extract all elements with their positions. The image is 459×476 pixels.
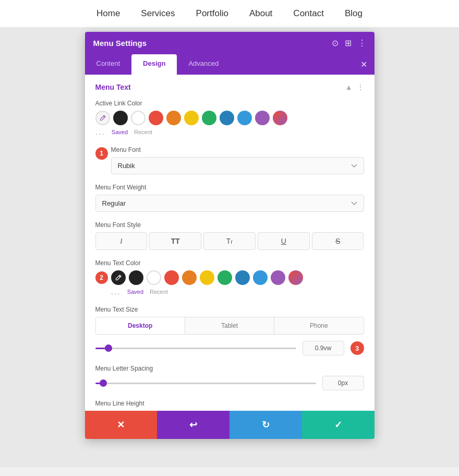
panel-header: Menu Settings ⊙ ⊞ ⋮ [85, 32, 375, 54]
nav-about[interactable]: About [249, 8, 272, 19]
menu-text-size-field: Menu Text Size Desktop Tablet Phone 0.9v… [95, 306, 364, 355]
swatch-red[interactable] [149, 111, 163, 125]
menu-text-color-inner: ... Saved Recent [111, 270, 364, 296]
active-link-color-label: Active Link Color [95, 100, 364, 107]
text-swatch-purple[interactable] [271, 270, 285, 285]
color-recent[interactable]: Recent [134, 129, 152, 135]
text-swatch-gradient[interactable] [288, 270, 303, 285]
menu-text-color-label: Menu Text Color [95, 259, 364, 267]
text-color-saved[interactable]: Saved [127, 289, 143, 295]
tab-content[interactable]: Content [85, 54, 132, 75]
active-link-color-swatches [95, 111, 364, 125]
focus-icon[interactable]: ⊙ [332, 38, 339, 48]
text-swatch-teal[interactable] [235, 270, 250, 285]
section-title: Menu Text [95, 83, 131, 91]
nav-contact[interactable]: Contact [293, 8, 324, 19]
text-size-responsive-tabs: Desktop Tablet Phone [95, 317, 364, 335]
swatch-orange[interactable] [166, 111, 181, 125]
text-swatch-white[interactable] [147, 270, 161, 285]
tab-advanced[interactable]: Advanced [177, 54, 230, 75]
color-saved[interactable]: Saved [112, 129, 128, 135]
close-icon[interactable]: ✕ [353, 54, 375, 75]
active-link-color-field: Active Link Color [95, 100, 364, 137]
responsive-desktop[interactable]: Desktop [96, 317, 185, 334]
text-size-value[interactable]: 0.9vw [303, 341, 344, 355]
undo-button[interactable]: ↩ [157, 411, 230, 439]
menu-text-color-swatch-row: 2 [95, 270, 364, 296]
letter-spacing-slider[interactable] [95, 383, 316, 384]
style-capitalize[interactable]: Tr [203, 232, 256, 250]
letter-spacing-slider-row: 0px [95, 376, 364, 390]
swatch-blue[interactable] [237, 111, 252, 125]
redo-button[interactable]: ↻ [230, 411, 302, 439]
collapse-icon[interactable]: ▲ [345, 83, 353, 91]
menu-text-size-label: Menu Text Size [95, 306, 364, 313]
nav-services[interactable]: Services [141, 8, 175, 19]
badge-3: 3 [351, 341, 364, 355]
swatch-teal[interactable] [220, 111, 234, 125]
menu-line-height-label: Menu Line Height [95, 400, 364, 407]
responsive-phone[interactable]: Phone [274, 317, 363, 334]
menu-font-weight-label: Menu Font Weight [95, 184, 364, 191]
nav-blog[interactable]: Blog [345, 8, 363, 19]
responsive-tablet[interactable]: Tablet [185, 317, 274, 334]
swatch-black[interactable] [113, 111, 128, 125]
style-allcaps[interactable]: TT [149, 232, 201, 250]
style-underline[interactable]: U [258, 232, 310, 250]
menu-font-style-field: Menu Font Style I TT Tr U S [95, 221, 364, 250]
text-color-recent[interactable]: Recent [150, 289, 168, 295]
menu-font-field: 1 Menu Font Rubik [95, 146, 364, 174]
menu-text-color-field: Menu Text Color 2 [95, 259, 364, 296]
swatch-purple[interactable] [255, 111, 270, 125]
panel-body: Menu Text ▲ ⋮ Active Link Color [85, 75, 375, 411]
swatch-green[interactable] [202, 111, 216, 125]
swatch-gradient[interactable] [273, 111, 287, 125]
menu-font-weight-select[interactable]: Regular [95, 195, 364, 212]
text-color-picker-btn[interactable] [111, 270, 126, 285]
letter-spacing-value[interactable]: 0px [322, 376, 364, 390]
style-italic[interactable]: I [95, 232, 148, 250]
section-more-icon[interactable]: ⋮ [357, 83, 364, 91]
main-area: Menu Settings ⊙ ⊞ ⋮ Content Design Advan… [0, 28, 459, 467]
swatch-white[interactable] [131, 111, 146, 125]
menu-font-inner: Menu Font Rubik [111, 146, 364, 174]
text-swatch-orange[interactable] [182, 270, 197, 285]
text-size-slider[interactable] [95, 348, 296, 349]
color-dots[interactable]: ... [95, 127, 105, 137]
text-swatch-red[interactable] [164, 270, 179, 285]
text-swatch-green[interactable] [218, 270, 232, 285]
menu-font-label: Menu Font [111, 146, 364, 153]
menu-font-style-label: Menu Font Style [95, 221, 364, 229]
menu-font-weight-field: Menu Font Weight Regular [95, 184, 364, 212]
style-strikethrough[interactable]: S [312, 232, 364, 250]
more-icon[interactable]: ⋮ [358, 38, 366, 48]
text-color-dots[interactable]: ... [111, 287, 121, 296]
text-swatch-blue[interactable] [253, 270, 268, 285]
menu-letter-spacing-label: Menu Letter Spacing [95, 365, 364, 372]
menu-text-color-swatches [111, 270, 364, 285]
nav-home[interactable]: Home [96, 8, 120, 19]
nav-portfolio[interactable]: Portfolio [196, 8, 228, 19]
section-header-icons: ▲ ⋮ [345, 83, 364, 91]
text-swatch-black[interactable] [129, 270, 143, 285]
action-bar: ✕ ↩ ↻ ✓ [85, 411, 375, 439]
badge-1: 1 [95, 147, 108, 160]
color-picker-btn[interactable] [95, 111, 110, 125]
panel-header-icons: ⊙ ⊞ ⋮ [332, 38, 366, 48]
text-color-meta: ... Saved Recent [111, 287, 364, 296]
menu-line-height-field: Menu Line Height 1em [95, 400, 364, 411]
swatch-yellow[interactable] [184, 111, 199, 125]
cancel-button[interactable]: ✕ [85, 411, 158, 439]
text-swatch-yellow[interactable] [200, 270, 214, 285]
panel-tabs: Content Design Advanced ✕ [85, 54, 375, 75]
section-header: Menu Text ▲ ⋮ [95, 83, 364, 91]
menu-settings-panel: Menu Settings ⊙ ⊞ ⋮ Content Design Advan… [85, 32, 375, 439]
tab-design[interactable]: Design [131, 54, 177, 75]
layout-icon[interactable]: ⊞ [345, 38, 352, 48]
badge-2: 2 [95, 271, 108, 284]
active-link-color-meta: ... Saved Recent [95, 127, 364, 137]
save-button[interactable]: ✓ [302, 411, 375, 439]
top-navigation: Home Services Portfolio About Contact Bl… [0, 0, 459, 28]
font-style-buttons: I TT Tr U S [95, 232, 364, 250]
menu-font-select[interactable]: Rubik [111, 157, 364, 174]
